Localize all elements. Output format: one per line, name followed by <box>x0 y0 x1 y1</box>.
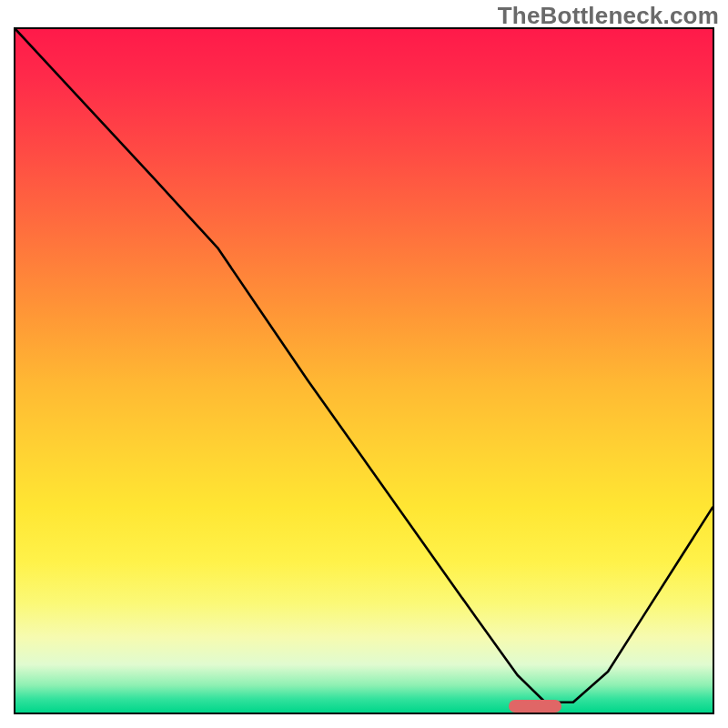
chart-container: TheBottleneck.com <box>0 0 728 728</box>
optimal-range-marker <box>509 700 561 713</box>
plot-area <box>14 27 714 714</box>
watermark-text: TheBottleneck.com <box>498 2 719 30</box>
bottleneck-curve <box>15 29 713 713</box>
